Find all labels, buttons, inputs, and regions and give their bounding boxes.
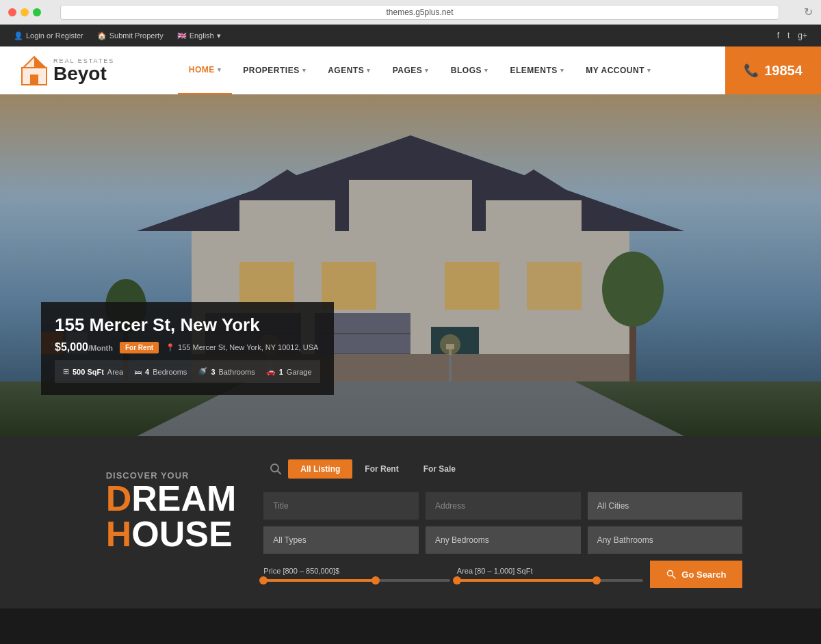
price-label: Price [800 – 850,000]$ bbox=[263, 567, 449, 575]
chevron-down-icon: ▾ bbox=[302, 67, 307, 74]
price-slider-fill bbox=[263, 579, 375, 582]
area-label: Area [80 – 1,000] SqFt bbox=[457, 567, 643, 575]
language-label: English bbox=[190, 31, 214, 40]
dream-h: H bbox=[106, 514, 132, 554]
reload-button[interactable]: ↻ bbox=[804, 5, 813, 18]
property-features: ⊞ 500 SqFt Area 🛏 4 Bedrooms 🚿 3 Bathroo… bbox=[55, 360, 320, 383]
logo-icon bbox=[21, 55, 48, 86]
form-row-1: All Cities bbox=[263, 492, 742, 520]
area-feature: ⊞ 500 SqFt Area bbox=[63, 367, 123, 376]
form-row-2: All Types Any Bedrooms Any Bathrooms bbox=[263, 526, 742, 554]
form-row-3: Price [800 – 850,000]$ Area [80 – 1,000]… bbox=[263, 561, 742, 588]
submit-label: Submit Property bbox=[109, 31, 164, 40]
facebook-icon[interactable]: f bbox=[777, 31, 779, 40]
price-slider-thumb-left bbox=[259, 576, 268, 585]
flag-icon: 🇬🇧 bbox=[177, 31, 187, 40]
search-tabs: All Listing For Rent For Sale bbox=[263, 457, 742, 481]
cities-select[interactable]: All Cities bbox=[588, 492, 743, 520]
browser-chrome: themes.g5plus.net ↻ bbox=[0, 0, 821, 25]
phone-block[interactable]: 📞 19854 bbox=[725, 46, 821, 94]
dream-title: DREAM HOUSE bbox=[106, 481, 237, 552]
top-bar-left: 👤 Login or Register 🏠 Submit Property 🇬🇧… bbox=[14, 31, 221, 40]
search-icon bbox=[666, 569, 676, 579]
tab-for-sale[interactable]: For Sale bbox=[411, 459, 468, 479]
login-item[interactable]: 👤 Login or Register bbox=[14, 31, 83, 40]
phone-number: 19854 bbox=[764, 63, 803, 79]
dream-ream: REAM bbox=[131, 479, 236, 518]
search-form: All Listing For Rent For Sale All Cities… bbox=[263, 457, 742, 588]
bathrooms-value: 3 bbox=[211, 368, 215, 376]
bathrooms-feature: 🚿 3 Bathrooms bbox=[198, 367, 255, 376]
top-bar: 👤 Login or Register 🏠 Submit Property 🇬🇧… bbox=[0, 25, 821, 46]
submit-item[interactable]: 🏠 Submit Property bbox=[97, 31, 164, 40]
nav-home[interactable]: HOME ▾ bbox=[178, 46, 233, 94]
maximize-dot[interactable] bbox=[33, 8, 41, 16]
chevron-down-icon: ▾ bbox=[217, 31, 221, 40]
minimize-dot[interactable] bbox=[21, 8, 29, 16]
title-input[interactable] bbox=[263, 492, 419, 520]
svg-rect-3 bbox=[30, 75, 38, 85]
area-value: 500 SqFt bbox=[73, 368, 104, 376]
chevron-down-icon: ▾ bbox=[425, 67, 429, 74]
go-search-button[interactable]: Go Search bbox=[650, 561, 742, 588]
svg-line-40 bbox=[278, 471, 281, 474]
nav-blogs[interactable]: BLOGS ▾ bbox=[440, 46, 499, 94]
garage-value: 1 bbox=[279, 368, 283, 376]
chevron-down-icon: ▾ bbox=[367, 67, 371, 74]
tab-all-listing[interactable]: All Listing bbox=[288, 459, 352, 479]
area-slider-track[interactable] bbox=[457, 579, 643, 582]
search-btn-label: Go Search bbox=[681, 569, 726, 580]
garage-feature: 🚗 1 Garage bbox=[266, 367, 312, 376]
bedrooms-feature: 🛏 4 Bedrooms bbox=[134, 367, 187, 376]
twitter-icon[interactable]: t bbox=[787, 31, 790, 40]
property-address: 📍 155 Mercer St, New York, NY 10012, USA bbox=[166, 343, 318, 352]
svg-line-42 bbox=[673, 576, 676, 579]
close-dot[interactable] bbox=[8, 8, 16, 16]
area-label: Area bbox=[107, 368, 123, 376]
top-bar-social: f t g+ bbox=[777, 31, 807, 40]
bathrooms-select[interactable]: Any Bathrooms bbox=[588, 526, 743, 554]
bath-icon: 🚿 bbox=[198, 367, 207, 376]
chevron-down-icon: ▾ bbox=[647, 67, 651, 74]
garage-icon: 🚗 bbox=[266, 367, 276, 376]
property-card: 155 Mercer St, New York $5,000/Month For… bbox=[41, 302, 334, 395]
logo-title: Beyot bbox=[53, 64, 114, 83]
login-label: Login or Register bbox=[26, 31, 83, 40]
nav-elements[interactable]: ELEMENTS ▾ bbox=[499, 46, 575, 94]
user-icon: 👤 bbox=[14, 31, 23, 40]
main-nav: HOME ▾ PROPERTIES ▾ AGENTS ▾ PAGES ▾ BLO… bbox=[178, 46, 662, 94]
types-select[interactable]: All Types bbox=[263, 526, 419, 554]
area-slider-fill bbox=[457, 579, 597, 582]
for-rent-badge: For Rent bbox=[120, 342, 159, 353]
dream-d: D bbox=[106, 479, 132, 518]
nav-pages[interactable]: PAGES ▾ bbox=[382, 46, 440, 94]
chevron-down-icon: ▾ bbox=[218, 66, 222, 73]
logo-text: Real Estates Beyot bbox=[53, 57, 114, 83]
address-bar[interactable]: themes.g5plus.net bbox=[60, 5, 779, 20]
address-input[interactable] bbox=[426, 492, 581, 520]
googleplus-icon[interactable]: g+ bbox=[798, 31, 807, 40]
tab-for-rent[interactable]: For Rent bbox=[352, 459, 410, 479]
area-slider-group: Area [80 – 1,000] SqFt bbox=[457, 567, 643, 582]
search-icon bbox=[263, 457, 288, 481]
nav-agents[interactable]: AGENTS ▾ bbox=[317, 46, 382, 94]
bathrooms-label: Bathrooms bbox=[219, 368, 255, 376]
url-text: themes.g5plus.net bbox=[386, 8, 453, 17]
bedrooms-select[interactable]: Any Bedrooms bbox=[426, 526, 581, 554]
price-period: /Month bbox=[88, 344, 113, 352]
dream-text: DISCOVER YOUR DREAM HOUSE bbox=[79, 457, 237, 552]
location-icon: 📍 bbox=[166, 343, 175, 352]
area-slider-thumb-left bbox=[453, 576, 461, 585]
property-title: 155 Mercer St, New York bbox=[55, 314, 320, 336]
logo[interactable]: Real Estates Beyot bbox=[0, 55, 114, 86]
area-icon: ⊞ bbox=[63, 367, 69, 376]
chevron-down-icon: ▾ bbox=[560, 67, 564, 74]
nav-properties[interactable]: PROPERTIES ▾ bbox=[232, 46, 317, 94]
property-icon: 🏠 bbox=[97, 31, 107, 40]
language-item[interactable]: 🇬🇧 English ▾ bbox=[177, 31, 221, 40]
price-slider-track[interactable] bbox=[263, 579, 449, 582]
bed-icon: 🛏 bbox=[134, 368, 142, 376]
property-meta: $5,000/Month For Rent 📍 155 Mercer St, N… bbox=[55, 341, 320, 353]
nav-myaccount[interactable]: MY ACCOUNT ▾ bbox=[575, 46, 662, 94]
bedrooms-label: Bedrooms bbox=[153, 368, 187, 376]
